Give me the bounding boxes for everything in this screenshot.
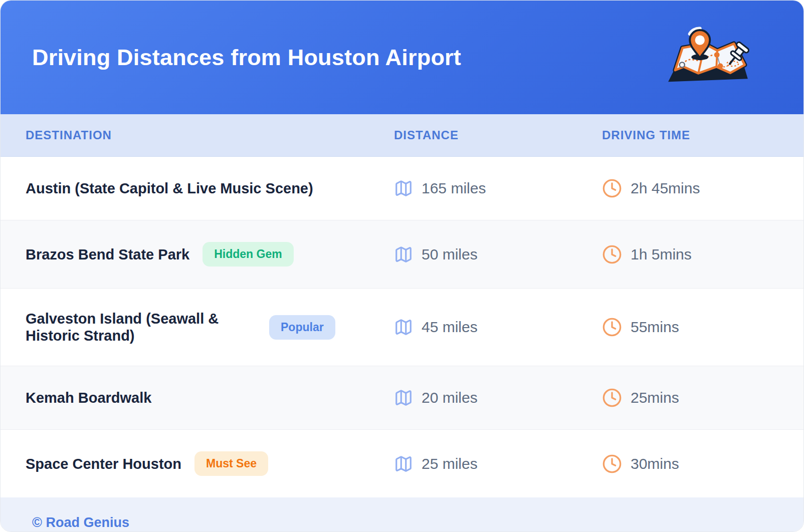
distance-value: 20 miles (422, 389, 478, 406)
distance-cell: 20 miles (394, 388, 602, 407)
clock-icon (602, 454, 622, 474)
card-header: Driving Distances from Houston Airport (1, 1, 803, 114)
destination-name: Galveston Island (Seawall & Historic Str… (26, 310, 256, 344)
distance-value: 45 miles (422, 319, 478, 336)
driving-distances-card: Driving Distances from Houston Airport (0, 0, 804, 532)
table-header-row: DESTINATION DISTANCE DRIVING TIME (1, 114, 803, 157)
map-icon (394, 388, 413, 407)
destination-cell: Austin (State Capitol & Live Music Scene… (26, 180, 394, 197)
column-header-destination: DESTINATION (26, 128, 394, 142)
clock-icon (602, 178, 622, 198)
distance-cell: 25 miles (394, 454, 602, 473)
driving-time-value: 1h 5mins (631, 246, 692, 263)
destination-cell: Kemah Boardwalk (26, 389, 394, 406)
status-badge-must-see: Must See (194, 451, 268, 476)
card-footer: © Road Genius (1, 497, 803, 532)
table-body: Austin (State Capitol & Live Music Scene… (1, 157, 803, 497)
copyright-text: © Road Genius (32, 515, 129, 530)
driving-time-value: 30mins (631, 455, 679, 472)
destination-cell: Brazos Bend State Park Hidden Gem (26, 242, 394, 267)
clock-icon (602, 244, 622, 264)
distance-value: 25 miles (422, 455, 478, 472)
distance-cell: 45 miles (394, 318, 602, 337)
column-header-driving-time: DRIVING TIME (602, 128, 803, 142)
map-icon (394, 245, 413, 264)
distance-cell: 165 miles (394, 179, 602, 198)
distance-value: 165 miles (422, 180, 486, 197)
table-row: Brazos Bend State Park Hidden Gem 50 mil… (1, 220, 803, 288)
status-badge-popular: Popular (269, 315, 335, 340)
driving-time-cell: 55mins (602, 317, 803, 337)
map-icon (394, 179, 413, 198)
table-row: Kemah Boardwalk 20 miles (1, 366, 803, 429)
page-title: Driving Distances from Houston Airport (32, 45, 461, 71)
driving-time-value: 55mins (631, 319, 679, 336)
clock-icon (602, 317, 622, 337)
destination-cell: Space Center Houston Must See (26, 451, 394, 476)
map-illustration (658, 22, 751, 93)
driving-time-cell: 2h 45mins (602, 178, 803, 198)
table-row: Galveston Island (Seawall & Historic Str… (1, 288, 803, 366)
destination-name: Austin (State Capitol & Live Music Scene… (26, 180, 313, 197)
column-header-distance: DISTANCE (394, 128, 602, 142)
driving-time-value: 25mins (631, 389, 679, 406)
map-icon (394, 454, 413, 473)
distance-cell: 50 miles (394, 245, 602, 264)
map-icon (394, 318, 413, 337)
destination-cell: Galveston Island (Seawall & Historic Str… (26, 310, 394, 344)
clock-icon (602, 388, 622, 408)
driving-time-cell: 30mins (602, 454, 803, 474)
distance-value: 50 miles (422, 246, 478, 263)
status-badge-hidden-gem: Hidden Gem (203, 242, 293, 267)
driving-time-value: 2h 45mins (631, 180, 700, 197)
destination-name: Kemah Boardwalk (26, 389, 151, 406)
driving-time-cell: 25mins (602, 388, 803, 408)
driving-time-cell: 1h 5mins (602, 244, 803, 264)
table-row: Space Center Houston Must See 25 miles (1, 429, 803, 497)
table-row: Austin (State Capitol & Live Music Scene… (1, 157, 803, 220)
destination-name: Brazos Bend State Park (26, 246, 189, 263)
destination-name: Space Center Houston (26, 455, 181, 472)
